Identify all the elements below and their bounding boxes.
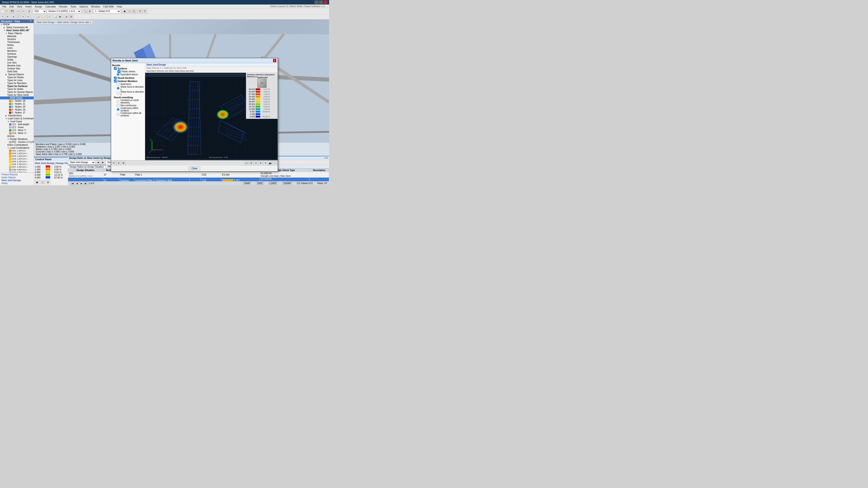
- dialog-close-button[interactable]: Close: [188, 166, 200, 170]
- nav-link-steeljoint[interactable]: Steel Joint Design: [0, 179, 33, 182]
- window-controls[interactable]: ─ □ ✕: [315, 1, 327, 4]
- tree-co6[interactable]: CO6: 1.20*LC1+...: [0, 163, 34, 166]
- bottom-dropdown-1[interactable]: Steel Joint Design: [68, 160, 95, 164]
- grid-status[interactable]: GRID: [256, 182, 264, 185]
- fasteners-checkbox[interactable]: [114, 80, 117, 83]
- tree-specialobj[interactable]: ▶ Special Objects: [0, 73, 34, 76]
- print-btn[interactable]: 🖨: [27, 9, 31, 13]
- results-tb-expand[interactable]: ⤢: [273, 161, 277, 165]
- tree-loadcases-combo[interactable]: ▼ Load Cases & Combinations: [0, 117, 34, 120]
- menu-file[interactable]: File: [1, 5, 8, 8]
- menu-help[interactable]: Help: [116, 5, 123, 8]
- tree-steeljoints-file[interactable]: ▼ Steel Joints AISC.rf6*: [0, 29, 34, 32]
- page-first-btn[interactable]: |◀: [70, 182, 74, 185]
- tree-actions[interactable]: Actions: [0, 135, 34, 138]
- tree-types-steeljoints[interactable]: Types for Steel Joints: [0, 94, 34, 96]
- tree-lc2[interactable]: LC2 - Snow: [0, 126, 34, 129]
- plastic-strains-checkbox[interactable]: [118, 70, 121, 73]
- tree-lc4[interactable]: LC4 - Wind +Y: [0, 132, 34, 135]
- tree-basicobj[interactable]: ▼ Basic Objects: [0, 32, 34, 35]
- menu-calculate[interactable]: Calculate: [44, 5, 57, 8]
- nav-link-printout[interactable]: Printout Reports: [0, 173, 33, 176]
- tree-rfem[interactable]: ▼ RFEM: [0, 23, 34, 26]
- tree-co7[interactable]: CO7: 1.20*LC1+...: [0, 166, 34, 168]
- snap-status[interactable]: SNAP: [243, 182, 251, 185]
- minimize-button[interactable]: ─: [315, 1, 318, 4]
- snap-btn[interactable]: ⊕: [64, 14, 69, 19]
- continuous-within-row[interactable]: Continuous within surfaces: [114, 107, 144, 112]
- results-tb-4[interactable]: ◱: [244, 161, 249, 165]
- tree-co3[interactable]: CO3: 1.20*LC1+...: [0, 155, 34, 158]
- tree-members[interactable]: Members: [0, 50, 34, 53]
- tree-splice[interactable]: ▶ Splice Convention.rf6: [0, 26, 34, 29]
- tree-sections[interactable]: Sections: [0, 38, 34, 41]
- continuous-all-row[interactable]: Continuous within all surfaces: [114, 112, 144, 117]
- tree-surfaces[interactable]: Surfaces: [0, 53, 34, 55]
- menu-results[interactable]: Results: [58, 5, 69, 8]
- cp-btn-2[interactable]: ◻: [40, 180, 45, 184]
- tree-steeljoints[interactable]: ▼ Steel Joints: [0, 96, 34, 99]
- node-btn[interactable]: ●: [11, 14, 16, 19]
- results-btn[interactable]: R: [138, 9, 143, 13]
- constant-mesh-row[interactable]: Constant on mesh elements: [114, 99, 144, 104]
- tree-imperfections[interactable]: ▶ Imperfections: [0, 114, 34, 117]
- page-next-btn[interactable]: ▶: [80, 182, 83, 185]
- design-btn[interactable]: D: [143, 9, 147, 13]
- tree-lc1[interactable]: LC1 - Self-weight: [0, 123, 34, 126]
- non-continuous-row[interactable]: Non-continuous: [114, 104, 144, 107]
- menu-edit[interactable]: Edit: [8, 5, 15, 8]
- page-prev-btn[interactable]: ◀: [75, 182, 79, 185]
- tree-sj3[interactable]: 3 - Nodes: 30: [0, 105, 34, 108]
- osnap-status[interactable]: OSNAP: [282, 182, 292, 185]
- wire-btn[interactable]: ◻: [127, 9, 131, 13]
- non-continuous-radio[interactable]: [117, 104, 120, 107]
- render-btn[interactable]: ◼: [122, 9, 127, 13]
- menu-window[interactable]: Window: [90, 5, 101, 8]
- bottom-close-btn[interactable]: ✕: [326, 157, 328, 159]
- check-btn[interactable]: ✓: [47, 14, 52, 19]
- results-tb-1[interactable]: 👁: [112, 161, 116, 165]
- results-tb-2[interactable]: ⊕: [116, 161, 121, 165]
- result-sections-row[interactable]: Result Sections: [112, 76, 144, 79]
- menu-insert[interactable]: Insert: [24, 5, 33, 8]
- tab-design-situation[interactable]: Design Ratios by Design Situation: [68, 165, 106, 168]
- results-tb-7[interactable]: ⊕: [258, 161, 263, 165]
- nav-pin-btn[interactable]: 📌: [27, 20, 30, 23]
- results-dialog-close-button[interactable]: ✕: [273, 59, 276, 62]
- constant-mesh-radio[interactable]: [117, 100, 120, 103]
- tree-co1[interactable]: CO1: 1.40*LC1: [0, 149, 34, 152]
- tree-openings[interactable]: Openings: [0, 55, 34, 58]
- tree-loadcases[interactable]: ▼ Load Cases: [0, 120, 34, 123]
- results-tb-6[interactable]: ⊡: [254, 161, 258, 165]
- section-select[interactable]: Section 2-3 (LRFD), 1 to 5...: [47, 9, 81, 13]
- open-btn[interactable]: 📂: [5, 9, 10, 13]
- surface-btn[interactable]: ▭: [26, 14, 30, 19]
- shear-z-row[interactable]: Shear force in direction z: [114, 91, 144, 96]
- line-btn[interactable]: ╱: [16, 14, 21, 19]
- axial-force-radio[interactable]: [117, 83, 120, 86]
- tree-co8[interactable]: CO8: 0.90*LC1+...: [0, 168, 34, 171]
- surfaces-checkbox[interactable]: [114, 67, 117, 70]
- tree-co2[interactable]: CO2: 1.20*LC1+...: [0, 152, 34, 155]
- fasteners-checkbox-row[interactable]: Fastener Members: [112, 79, 144, 83]
- continuous-all-radio[interactable]: [117, 113, 120, 116]
- menu-assign[interactable]: Assign: [33, 5, 43, 8]
- bottom-nav-right[interactable]: ▶: [101, 160, 105, 165]
- results-tb-9[interactable]: 📷: [268, 161, 272, 165]
- close-button[interactable]: ✕: [324, 1, 327, 4]
- axial-force-row[interactable]: Axial force: [114, 83, 144, 86]
- menu-cadbim[interactable]: CAD-BIM: [102, 5, 115, 8]
- results-tb-8[interactable]: ✕: [263, 161, 268, 165]
- tree-sj5[interactable]: 5 - Nodes: 27: [0, 111, 34, 114]
- page-last-btn[interactable]: ▶|: [84, 182, 88, 185]
- tree-materials[interactable]: Materials: [0, 35, 34, 38]
- tree-types-lines[interactable]: Types for Lines: [0, 79, 34, 82]
- results-root-label[interactable]: Results: [112, 64, 144, 67]
- tree-linesets[interactable]: Line Sets: [0, 61, 34, 64]
- tree-solids[interactable]: Solids: [0, 58, 34, 61]
- tree-types-nodes[interactable]: Types for Nodes: [0, 76, 34, 79]
- tree-thicknesses[interactable]: Thicknesses: [0, 41, 34, 43]
- support-btn[interactable]: △: [36, 14, 41, 19]
- tree-sj1[interactable]: 1 - Nodes: 28: [0, 99, 34, 102]
- show-results-btn[interactable]: 📊: [53, 14, 58, 19]
